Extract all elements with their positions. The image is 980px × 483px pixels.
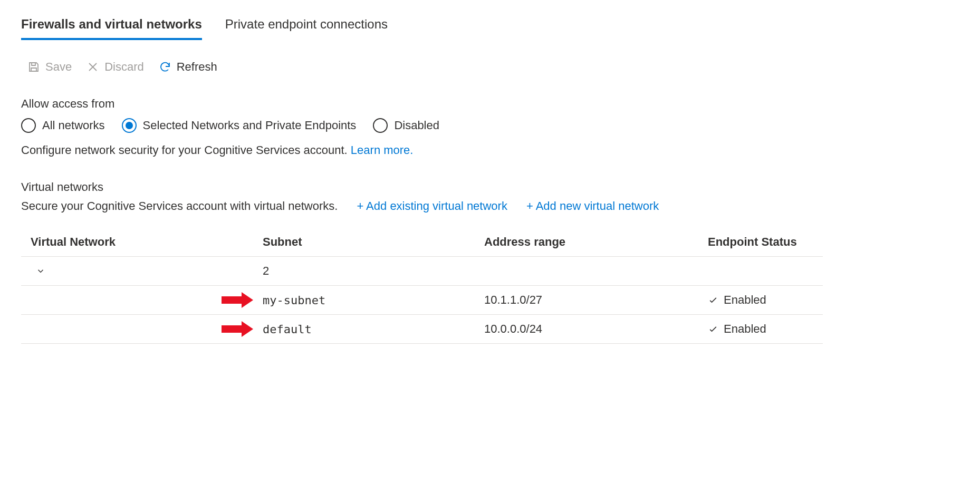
- table-row: my-subnet 10.1.1.0/27 Enabled: [21, 286, 823, 315]
- header-subnet: Subnet: [263, 235, 484, 249]
- add-new-vnet-link[interactable]: + Add new virtual network: [526, 199, 659, 213]
- table-row: default 10.0.0.0/24 Enabled: [21, 315, 823, 344]
- header-address-range: Address range: [484, 235, 706, 249]
- tab-private-endpoints[interactable]: Private endpoint connections: [225, 17, 388, 40]
- radio-all-networks[interactable]: All networks: [21, 118, 105, 133]
- save-button[interactable]: Save: [27, 60, 72, 74]
- refresh-label: Refresh: [177, 60, 217, 74]
- vnet-table: Virtual Network Subnet Address range End…: [21, 228, 823, 344]
- endpoint-status: Enabled: [724, 322, 766, 336]
- discard-button[interactable]: Discard: [87, 60, 144, 74]
- radio-label: Selected Networks and Private Endpoints: [143, 119, 357, 132]
- address-range: 10.1.1.0/27: [484, 293, 706, 307]
- virtual-networks-subtext: Secure your Cognitive Services account w…: [21, 199, 338, 213]
- add-existing-vnet-link[interactable]: + Add existing virtual network: [357, 199, 507, 213]
- radio-icon: [21, 118, 36, 133]
- virtual-networks-heading: Virtual networks: [21, 180, 959, 194]
- check-icon: [708, 324, 718, 334]
- discard-label: Discard: [104, 60, 144, 74]
- chevron-down-icon: [36, 266, 45, 276]
- refresh-button[interactable]: Refresh: [159, 60, 217, 74]
- radio-icon: [122, 118, 137, 133]
- learn-more-link[interactable]: Learn more.: [351, 143, 414, 157]
- virtual-networks-subrow: Secure your Cognitive Services account w…: [21, 199, 959, 213]
- table-group-row[interactable]: 2: [21, 257, 823, 286]
- header-endpoint-status: Endpoint Status: [706, 235, 823, 249]
- radio-disabled[interactable]: Disabled: [373, 118, 439, 133]
- radio-label: Disabled: [394, 119, 439, 132]
- description: Configure network security for your Cogn…: [21, 143, 959, 157]
- group-subnet-count: 2: [263, 264, 484, 278]
- header-virtual-network: Virtual Network: [31, 235, 263, 249]
- save-label: Save: [45, 60, 72, 74]
- address-range: 10.0.0.0/24: [484, 322, 706, 336]
- table-header-row: Virtual Network Subnet Address range End…: [21, 228, 823, 257]
- tabs: Firewalls and virtual networks Private e…: [21, 17, 959, 40]
- close-icon: [87, 61, 99, 73]
- allow-access-label: Allow access from: [21, 97, 959, 111]
- toolbar: Save Discard Refresh: [21, 60, 959, 74]
- save-icon: [27, 61, 40, 73]
- refresh-icon: [159, 61, 171, 73]
- radio-label: All networks: [42, 119, 105, 132]
- subnet-name: default: [263, 323, 312, 336]
- check-icon: [708, 295, 718, 305]
- radio-selected-networks[interactable]: Selected Networks and Private Endpoints: [122, 118, 357, 133]
- allow-access-radio-group: All networks Selected Networks and Priva…: [21, 118, 959, 133]
- endpoint-status: Enabled: [724, 293, 766, 307]
- radio-icon: [373, 118, 388, 133]
- subnet-name: my-subnet: [263, 294, 325, 307]
- description-text: Configure network security for your Cogn…: [21, 143, 351, 157]
- tab-firewalls[interactable]: Firewalls and virtual networks: [21, 17, 202, 40]
- annotation-arrow-icon: [222, 322, 253, 336]
- annotation-arrow-icon: [222, 293, 253, 307]
